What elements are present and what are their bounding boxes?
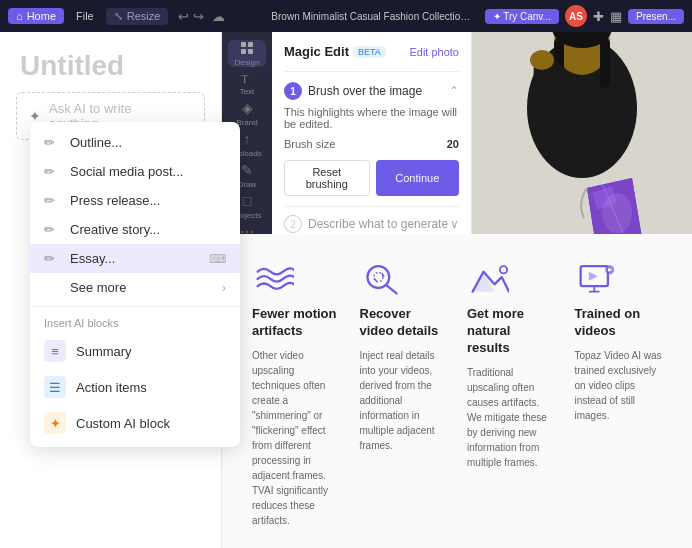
present-button[interactable]: Presen... bbox=[628, 9, 684, 24]
step1-description: This highlights where the image will be … bbox=[284, 106, 459, 130]
menu-item-action-items[interactable]: ☰ Action items bbox=[30, 369, 240, 405]
magnifier-icon bbox=[362, 259, 402, 297]
continue-button[interactable]: Continue bbox=[376, 160, 460, 196]
upload-icon: ↑ bbox=[244, 131, 251, 147]
magic-edit-title: Magic Edit bbox=[284, 44, 349, 59]
apps-icon: ⋯ bbox=[240, 224, 254, 234]
fewer-motion-desc: Other video upscaling techniques often c… bbox=[252, 348, 340, 528]
trained-videos-title: Trained on videos bbox=[575, 306, 663, 340]
feature-trained-videos: Trained on videos Topaz Video AI was tra… bbox=[575, 258, 663, 528]
menu-section-label: Insert AI blocks bbox=[30, 311, 240, 333]
svg-rect-1 bbox=[248, 42, 253, 47]
menu-item-outline[interactable]: ✏ Outline... bbox=[30, 128, 240, 157]
try-canva-button[interactable]: ✦ Try Canv... bbox=[485, 9, 559, 24]
pencil-icon-3: ✏ bbox=[44, 193, 60, 208]
fashion-image bbox=[472, 32, 692, 234]
home-icon: ⌂ bbox=[16, 10, 23, 22]
essay-arrow-icon: ⌨ bbox=[209, 252, 226, 266]
magic-edit-header: Magic Edit BETA Edit photo bbox=[284, 44, 459, 59]
svg-line-16 bbox=[386, 285, 396, 293]
sidebar-design[interactable]: Design bbox=[228, 40, 266, 67]
step2-title: Describe what to generate bbox=[308, 217, 450, 231]
chart-icon[interactable]: ▦ bbox=[610, 9, 622, 24]
svg-rect-2 bbox=[241, 49, 246, 54]
mountain-icon bbox=[469, 259, 509, 297]
monitor-play-icon bbox=[577, 259, 617, 297]
design-label: Design bbox=[235, 58, 260, 67]
chevron-right-icon: › bbox=[222, 281, 226, 295]
redo-icon[interactable]: ↪ bbox=[193, 9, 204, 24]
undo-redo-group: ↩ ↪ bbox=[178, 9, 204, 24]
plus-icon[interactable]: ✚ bbox=[593, 9, 604, 24]
file-button[interactable]: File bbox=[70, 8, 100, 24]
dropdown-menu: ✏ Outline... ✏ Social media post... ✏ Pr… bbox=[30, 122, 240, 447]
pencil-icon-2: ✏ bbox=[44, 164, 60, 179]
recover-video-title: Recover video details bbox=[360, 306, 448, 340]
brush-size-value: 20 bbox=[447, 138, 459, 150]
magic-edit-title-group: Magic Edit BETA bbox=[284, 44, 386, 59]
editor-area: Design T Text ◈ Brand ↑ Uploads ✎ bbox=[222, 32, 692, 234]
wave-icon bbox=[254, 259, 294, 297]
menu-item-creative-story[interactable]: ✏ Creative story... bbox=[30, 215, 240, 244]
pencil-icon: ✏ bbox=[44, 135, 60, 150]
sidebar-text[interactable]: T Text bbox=[228, 71, 266, 96]
menu-item-press-release[interactable]: ✏ Press release... bbox=[30, 186, 240, 215]
magic-edit-step1: 1 Brush over the image ⌃ This highlights… bbox=[284, 71, 459, 206]
text-icon: T bbox=[240, 71, 254, 85]
magic-edit-panel: Magic Edit BETA Edit photo 1 Brush over … bbox=[272, 32, 472, 234]
draw-label: Draw bbox=[238, 180, 257, 189]
menu-item-custom-ai[interactable]: ✦ Custom AI block bbox=[30, 405, 240, 441]
step1-chevron: ⌃ bbox=[449, 84, 459, 98]
svg-point-21 bbox=[500, 266, 507, 273]
natural-results-title: Get more natural results bbox=[467, 306, 555, 357]
action-items-icon: ☰ bbox=[44, 376, 66, 398]
feature-fewer-motion: Fewer motion artifacts Other video upsca… bbox=[252, 258, 340, 528]
document-heading: Untitled bbox=[0, 32, 221, 92]
reset-brushing-button[interactable]: Reset brushing bbox=[284, 160, 370, 196]
fewer-motion-title: Fewer motion artifacts bbox=[252, 306, 340, 340]
step1-buttons: Reset brushing Continue bbox=[284, 160, 459, 196]
undo-icon[interactable]: ↩ bbox=[178, 9, 189, 24]
features-section: Fewer motion artifacts Other video upsca… bbox=[222, 234, 692, 548]
resize-button[interactable]: ⤡ Resize bbox=[106, 8, 169, 25]
feature-recover-video: Recover video details Inject real detail… bbox=[360, 258, 448, 528]
feature-natural-results: Get more natural results Traditional ups… bbox=[467, 258, 555, 528]
natural-results-icon bbox=[467, 258, 511, 298]
projects-icon: □ bbox=[243, 193, 251, 209]
brand-label: Brand bbox=[236, 118, 257, 127]
magic-edit-step2: 2 Describe what to generate ∨ bbox=[284, 206, 459, 234]
svg-rect-10 bbox=[600, 38, 610, 88]
top-bar-right: ✦ Try Canv... AS ✚ ▦ Presen... bbox=[485, 5, 684, 27]
summary-icon: ≡ bbox=[44, 340, 66, 362]
pencil-icon-4: ✏ bbox=[44, 222, 60, 237]
recover-video-desc: Inject real details into your videos, de… bbox=[360, 348, 448, 453]
cloud-icon: ☁ bbox=[212, 9, 225, 24]
right-area: Design T Text ◈ Brand ↑ Uploads ✎ bbox=[222, 32, 692, 548]
step1-number: 1 bbox=[284, 82, 302, 100]
main-content: Untitled ✦ Ask AI to write anything... ✏… bbox=[0, 32, 692, 548]
top-bar: ⌂ Home File ⤡ Resize ↩ ↪ ☁ Brown Minimal… bbox=[0, 0, 692, 32]
svg-rect-0 bbox=[241, 42, 246, 47]
pencil-icon-5: ✏ bbox=[44, 251, 60, 266]
home-button[interactable]: ⌂ Home bbox=[8, 8, 64, 24]
step2-number: 2 bbox=[284, 215, 302, 233]
trained-videos-icon bbox=[575, 258, 619, 298]
avatar[interactable]: AS bbox=[565, 5, 587, 27]
text-label: Text bbox=[240, 87, 255, 96]
menu-item-essay[interactable]: ✏ Essay... ⌨ bbox=[30, 244, 240, 273]
svg-text:T: T bbox=[241, 72, 249, 85]
svg-point-12 bbox=[530, 50, 554, 70]
menu-item-see-more[interactable]: See more › bbox=[30, 273, 240, 302]
brush-size-row: Brush size 20 bbox=[284, 138, 459, 150]
svg-marker-23 bbox=[588, 272, 597, 281]
svg-rect-3 bbox=[248, 49, 253, 54]
canvas-image-area[interactable] bbox=[472, 32, 692, 234]
edit-photo-button[interactable]: Edit photo bbox=[409, 46, 459, 58]
menu-item-summary[interactable]: ≡ Summary bbox=[30, 333, 240, 369]
brand-icon: ◈ bbox=[242, 100, 253, 116]
svg-line-18 bbox=[374, 279, 376, 282]
menu-item-social-media[interactable]: ✏ Social media post... bbox=[30, 157, 240, 186]
design-icon bbox=[239, 40, 255, 56]
step1-header: 1 Brush over the image ⌃ bbox=[284, 82, 459, 100]
brush-size-label: Brush size bbox=[284, 138, 335, 150]
